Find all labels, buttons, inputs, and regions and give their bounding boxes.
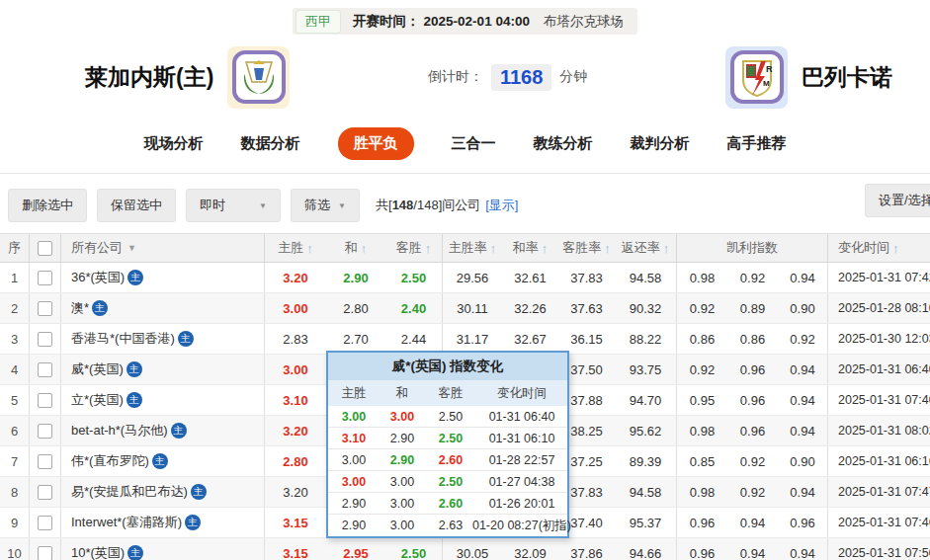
header-draw[interactable]: 和↑ bbox=[326, 234, 385, 262]
tab-5[interactable]: 教练分析 bbox=[534, 134, 593, 153]
company-cell[interactable]: 香港马*(中国香港)主 bbox=[61, 324, 265, 354]
popup-draw-odds: 3.00 bbox=[380, 471, 425, 492]
home-odds-cell[interactable]: 3.00 bbox=[265, 293, 326, 323]
row-checkbox[interactable] bbox=[38, 393, 52, 408]
header-time[interactable]: 变化时间↑ bbox=[828, 234, 930, 262]
filter-dropdown[interactable]: 筛选 ▼ bbox=[291, 189, 360, 222]
company-name: 10*(英国) bbox=[71, 544, 125, 560]
sort-up-icon: ↑ bbox=[425, 241, 432, 256]
header-away_rate[interactable]: 客胜率↑ bbox=[558, 234, 615, 262]
show-link[interactable]: [显示] bbox=[485, 198, 518, 212]
tab-4[interactable]: 三合一 bbox=[452, 134, 496, 153]
keep-selected-button[interactable]: 保留选中 bbox=[97, 189, 176, 222]
popup-draw-odds: 3.00 bbox=[380, 493, 425, 514]
company-cell[interactable]: 立*(英国)主 bbox=[61, 385, 265, 415]
change-time-cell: 2025-01-31 06:16 bbox=[828, 446, 930, 476]
company-cell[interactable]: 伟*(直布罗陀)主 bbox=[61, 446, 265, 476]
home-odds-cell[interactable]: 2.80 bbox=[265, 446, 326, 476]
home-team-name: 莱加内斯(主) bbox=[85, 62, 213, 93]
home-odds-cell[interactable]: 3.10 bbox=[265, 385, 326, 415]
away-odds-cell[interactable]: 2.44 bbox=[385, 324, 443, 354]
home-league-badge-icon: 主 bbox=[171, 423, 187, 439]
row-number: 8 bbox=[0, 477, 30, 507]
header-company[interactable]: 所有公司▼ bbox=[61, 234, 265, 262]
home-league-badge-icon: 主 bbox=[92, 300, 108, 316]
draw-odds-cell[interactable]: 2.80 bbox=[326, 293, 385, 323]
company-cell[interactable]: bet-at-h*(马尔他)主 bbox=[61, 416, 265, 445]
row-checkbox[interactable] bbox=[38, 362, 52, 377]
change-time-cell: 2025-01-31 08:02 bbox=[828, 416, 930, 445]
svg-text:M: M bbox=[763, 79, 770, 88]
draw-odds-cell[interactable]: 2.90 bbox=[326, 263, 385, 292]
popup-change-time: 01-28 22:57 bbox=[476, 449, 567, 470]
home-odds-cell[interactable]: 2.83 bbox=[265, 324, 326, 354]
company-cell[interactable]: 36*(英国)主 bbox=[61, 263, 265, 292]
venue-name: 布塔尔克球场 bbox=[544, 13, 624, 31]
home-odds-cell[interactable]: 3.20 bbox=[265, 477, 326, 507]
header-away-label: 客胜 bbox=[396, 239, 422, 257]
home-rate-cell: 30.11 bbox=[443, 293, 502, 323]
row-checkbox[interactable] bbox=[38, 301, 52, 316]
filter-dropdown-label: 筛选 bbox=[304, 197, 330, 214]
sort-up-icon: ↑ bbox=[892, 241, 899, 256]
select-all-checkbox[interactable] bbox=[38, 241, 52, 256]
row-checkbox[interactable] bbox=[38, 424, 52, 439]
row-checkbox[interactable] bbox=[38, 271, 52, 285]
header-payout[interactable]: 返还率↑ bbox=[615, 234, 677, 262]
payout-cell: 94.66 bbox=[615, 538, 677, 560]
home-odds-cell[interactable]: 3.20 bbox=[265, 263, 326, 292]
live-odds-dropdown[interactable]: 即时 ▼ bbox=[186, 189, 281, 222]
company-cell[interactable]: 澳*主 bbox=[61, 293, 265, 323]
draw-rate-cell: 32.09 bbox=[502, 538, 558, 560]
home-rate-cell: 31.17 bbox=[443, 324, 502, 354]
payout-cell: 88.22 bbox=[615, 324, 677, 354]
sort-up-icon: ↑ bbox=[604, 241, 611, 256]
away-rate-cell: 37.83 bbox=[558, 263, 615, 292]
row-checkbox[interactable] bbox=[38, 516, 52, 530]
tab-3[interactable]: 胜平负 bbox=[338, 127, 414, 160]
popup-body: 3.003.002.5001-31 06:403.102.902.5001-31… bbox=[328, 406, 567, 536]
home-odds-cell[interactable]: 3.00 bbox=[265, 355, 326, 384]
home-rate-cell: 29.56 bbox=[443, 263, 502, 292]
kelly-home-cell: 0.86 bbox=[677, 324, 727, 354]
delete-selected-button[interactable]: 删除选中 bbox=[8, 189, 87, 222]
draw-odds-cell[interactable]: 2.95 bbox=[326, 538, 385, 560]
row-checkbox-cell bbox=[30, 355, 61, 384]
row-checkbox[interactable] bbox=[38, 332, 52, 347]
countdown-value: 1168 bbox=[491, 64, 551, 91]
header-home[interactable]: 主胜↑ bbox=[265, 234, 326, 262]
row-checkbox[interactable] bbox=[38, 485, 52, 500]
row-checkbox[interactable] bbox=[38, 546, 52, 560]
row-number: 5 bbox=[0, 385, 30, 415]
company-cell[interactable]: 威*(英国)主 bbox=[61, 355, 265, 384]
company-cell[interactable]: Interwet*(塞浦路斯)主 bbox=[61, 508, 265, 537]
header-home_rate[interactable]: 主胜率↑ bbox=[443, 234, 502, 262]
home-odds-cell[interactable]: 3.20 bbox=[265, 416, 326, 445]
away-odds-cell[interactable]: 2.50 bbox=[385, 263, 443, 292]
away-odds-cell[interactable]: 2.40 bbox=[385, 293, 443, 323]
popup-away-odds: 2.50 bbox=[425, 406, 476, 427]
kelly-draw-cell: 0.94 bbox=[727, 508, 778, 537]
popup-draw-odds: 3.00 bbox=[380, 406, 425, 427]
draw-odds-cell[interactable]: 2.70 bbox=[326, 324, 385, 354]
popup-home-odds: 3.10 bbox=[328, 428, 380, 448]
home-odds-cell[interactable]: 3.15 bbox=[265, 538, 326, 560]
tab-1[interactable]: 现场分析 bbox=[144, 134, 204, 153]
payout-cell: 95.37 bbox=[615, 508, 677, 537]
payout-cell: 94.58 bbox=[615, 263, 677, 292]
company-cell[interactable]: 10*(英国)主 bbox=[61, 538, 265, 560]
draw-rate-cell: 32.61 bbox=[502, 263, 558, 292]
header-no: 序 bbox=[0, 234, 30, 262]
settings-select-button[interactable]: 设置/选择 bbox=[865, 184, 930, 217]
tab-2[interactable]: 数据分析 bbox=[241, 134, 300, 153]
home-odds-cell[interactable]: 3.15 bbox=[265, 508, 326, 537]
company-cell[interactable]: 易*(安提瓜和巴布达)主 bbox=[61, 477, 265, 507]
popup-history-row: 2.903.002.6001-26 20:01 bbox=[328, 493, 567, 515]
header-draw_rate[interactable]: 和率↑ bbox=[502, 234, 558, 262]
header-away[interactable]: 客胜↑ bbox=[385, 234, 443, 262]
tab-7[interactable]: 高手推荐 bbox=[727, 134, 787, 153]
away-odds-cell[interactable]: 2.50 bbox=[385, 538, 443, 560]
row-checkbox[interactable] bbox=[38, 454, 52, 469]
payout-cell: 93.75 bbox=[615, 355, 677, 384]
tab-6[interactable]: 裁判分析 bbox=[631, 134, 690, 153]
